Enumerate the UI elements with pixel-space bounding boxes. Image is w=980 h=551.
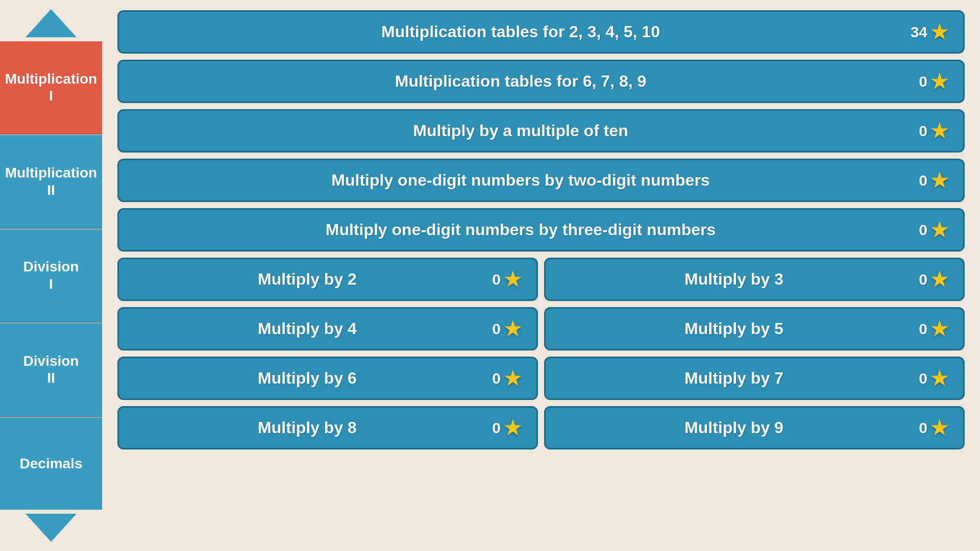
stars-area: 34 ★	[907, 21, 948, 43]
sidebar-scroll-down[interactable]	[26, 514, 77, 542]
btn-label: Multiply one-digit numbers by two-digit …	[134, 171, 907, 190]
btn-multiply-by-2[interactable]: Multiply by 2 0 ★	[117, 258, 538, 301]
btn-label: Multiplication tables for 6, 7, 8, 9	[134, 72, 907, 91]
star-count: 0	[919, 221, 927, 239]
main-content: Multiplication tables for 2, 3, 4, 5, 10…	[102, 0, 980, 551]
star-icon: ★	[504, 367, 521, 390]
stars-area: 0 ★	[907, 120, 948, 142]
btn-label: Multiplication tables for 2, 3, 4, 5, 10	[134, 22, 907, 41]
stars-area: 0 ★	[907, 318, 948, 340]
sidebar: Multiplication I Multiplication II Divis…	[0, 0, 102, 551]
star-count: 0	[492, 320, 501, 338]
star-icon: ★	[930, 417, 948, 439]
stars-area: 0 ★	[907, 169, 948, 192]
sidebar-scroll-up[interactable]	[26, 9, 77, 37]
grid-row-1: Multiply by 2 0 ★ Multiply by 3 0 ★	[117, 258, 965, 301]
sidebar-item-label: Multiplication I	[5, 70, 97, 105]
star-icon: ★	[930, 169, 948, 192]
sidebar-items: Multiplication I Multiplication II Divis…	[0, 41, 102, 510]
star-icon: ★	[930, 70, 948, 93]
btn-label: Multiply by 9	[561, 418, 907, 437]
stars-area: 0 ★	[480, 417, 521, 439]
btn-label: Multiply by 5	[561, 319, 907, 338]
star-count: 0	[919, 271, 927, 288]
star-count: 0	[492, 370, 501, 387]
star-icon: ★	[930, 268, 948, 291]
btn-multiple-of-ten[interactable]: Multiply by a multiple of ten 0 ★	[117, 109, 965, 153]
stars-area: 0 ★	[907, 268, 948, 291]
btn-label: Multiply by 4	[134, 319, 480, 338]
star-icon: ★	[504, 417, 521, 439]
btn-tables-6-7-8-9[interactable]: Multiplication tables for 6, 7, 8, 9 0 ★	[117, 60, 965, 103]
star-count: 34	[911, 23, 927, 41]
stars-area: 0 ★	[480, 367, 521, 390]
grid-row-2: Multiply by 4 0 ★ Multiply by 5 0 ★	[117, 307, 965, 350]
btn-label: Multiply by 2	[134, 270, 480, 289]
star-icon: ★	[930, 21, 948, 43]
star-count: 0	[919, 320, 927, 338]
star-icon: ★	[504, 318, 521, 340]
star-icon: ★	[504, 268, 521, 291]
btn-label: Multiply by 8	[134, 418, 480, 437]
btn-multiply-by-8[interactable]: Multiply by 8 0 ★	[117, 406, 538, 449]
btn-multiply-by-7[interactable]: Multiply by 7 0 ★	[544, 357, 965, 400]
star-icon: ★	[930, 318, 948, 340]
btn-one-digit-three-digit[interactable]: Multiply one-digit numbers by three-digi…	[117, 208, 965, 252]
star-icon: ★	[930, 367, 948, 390]
btn-multiply-by-9[interactable]: Multiply by 9 0 ★	[544, 406, 965, 449]
btn-tables-2-3-4-5-10[interactable]: Multiplication tables for 2, 3, 4, 5, 10…	[117, 10, 965, 54]
btn-one-digit-two-digit[interactable]: Multiply one-digit numbers by two-digit …	[117, 159, 965, 202]
sidebar-item-label: Decimals	[20, 455, 83, 472]
sidebar-item-label: Division I	[23, 258, 79, 292]
star-count: 0	[492, 419, 501, 437]
sidebar-item-multiplication-1[interactable]: Multiplication I	[0, 41, 102, 134]
stars-area: 0 ★	[907, 70, 948, 93]
sidebar-item-division-2[interactable]: Division II	[0, 323, 102, 416]
btn-label: Multiply by a multiple of ten	[134, 121, 907, 140]
star-count: 0	[919, 370, 927, 387]
btn-label: Multiply one-digit numbers by three-digi…	[134, 220, 907, 239]
sidebar-item-multiplication-2[interactable]: Multiplication II	[0, 135, 102, 228]
star-count: 0	[492, 271, 501, 288]
sidebar-item-division-1[interactable]: Division I	[0, 230, 102, 322]
btn-multiply-by-5[interactable]: Multiply by 5 0 ★	[544, 307, 965, 350]
sidebar-item-label: Multiplication II	[5, 164, 97, 198]
star-count: 0	[919, 419, 927, 437]
stars-area: 0 ★	[907, 367, 948, 390]
grid-row-4: Multiply by 8 0 ★ Multiply by 9 0 ★	[117, 406, 965, 449]
btn-multiply-by-4[interactable]: Multiply by 4 0 ★	[117, 307, 538, 350]
stars-area: 0 ★	[480, 268, 521, 291]
stars-area: 0 ★	[480, 318, 521, 340]
btn-multiply-by-6[interactable]: Multiply by 6 0 ★	[117, 357, 538, 400]
btn-label: Multiply by 7	[561, 369, 907, 388]
stars-area: 0 ★	[907, 417, 948, 439]
btn-label: Multiply by 3	[561, 270, 907, 289]
star-count: 0	[919, 172, 927, 189]
btn-label: Multiply by 6	[134, 369, 480, 388]
grid-row-3: Multiply by 6 0 ★ Multiply by 7 0 ★	[117, 357, 965, 400]
sidebar-item-decimals[interactable]: Decimals	[0, 418, 102, 510]
star-icon: ★	[930, 219, 948, 241]
sidebar-item-label: Division II	[23, 353, 79, 387]
btn-multiply-by-3[interactable]: Multiply by 3 0 ★	[544, 258, 965, 301]
star-icon: ★	[930, 120, 948, 142]
star-count: 0	[919, 73, 927, 90]
star-count: 0	[919, 122, 927, 140]
stars-area: 0 ★	[907, 219, 948, 241]
